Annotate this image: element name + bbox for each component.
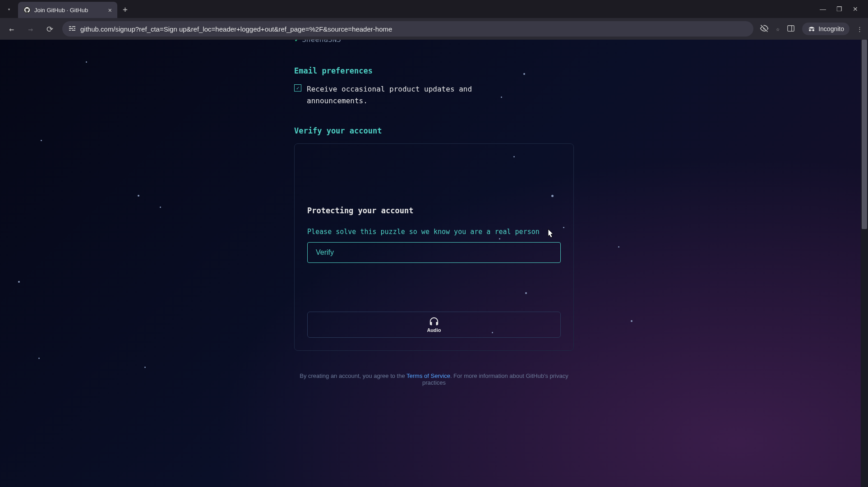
svg-rect-2: [69, 28, 73, 29]
github-favicon: [23, 6, 31, 14]
scrollbar[interactable]: [861, 40, 868, 487]
footer-terms: By creating an account, you agree to the…: [294, 372, 574, 386]
captcha-subtitle: Please solve this puzzle so we know you …: [307, 228, 561, 236]
forward-button[interactable]: →: [24, 24, 37, 34]
close-window-icon[interactable]: ✕: [852, 5, 859, 13]
svg-rect-1: [72, 26, 75, 27]
svg-rect-5: [72, 30, 75, 31]
email-prefs-checkbox[interactable]: ✓: [294, 84, 301, 92]
url-input[interactable]: github.com/signup?ref_cta=Sign up&ref_lo…: [62, 21, 753, 37]
site-settings-icon[interactable]: [69, 25, 76, 33]
window-controls: — ❐ ✕: [819, 5, 864, 13]
browser-chrome: ▾ Join GitHub · GitHub ✕ + — ❐ ✕ ← → ⟳ g…: [0, 0, 868, 40]
address-bar: ← → ⟳ github.com/signup?ref_cta=Sign up&…: [0, 18, 868, 40]
username-validated: ✔ SheenaSN3: [295, 40, 574, 44]
svg-rect-6: [788, 25, 794, 31]
tab-bar: ▾ Join GitHub · GitHub ✕ + — ❐ ✕: [0, 0, 868, 18]
menu-icon[interactable]: ⋮: [857, 26, 863, 32]
audio-captcha-button[interactable]: Audio: [307, 312, 561, 338]
email-prefs-heading: Email preferences: [294, 66, 574, 75]
audio-label: Audio: [427, 327, 441, 333]
maximize-icon[interactable]: ❐: [836, 5, 843, 13]
tab-active[interactable]: Join GitHub · GitHub ✕: [18, 2, 117, 18]
new-tab-button[interactable]: +: [123, 5, 128, 14]
headphones-icon: [429, 317, 439, 326]
verify-account-heading: Verify your account: [294, 126, 574, 135]
bookmark-icon[interactable]: ☆: [776, 26, 780, 32]
page-content: ✔ SheenaSN3 Email preferences ✓ Receive …: [0, 40, 868, 487]
tos-link[interactable]: Terms of Service: [406, 372, 450, 379]
back-button[interactable]: ←: [5, 24, 18, 34]
svg-rect-3: [74, 28, 75, 29]
email-prefs-label: Receive occasional product updates and a…: [307, 83, 505, 106]
minimize-icon[interactable]: —: [819, 5, 826, 13]
search-tabs-icon[interactable]: ▾: [4, 4, 14, 14]
no-tracking-icon[interactable]: [760, 24, 769, 34]
captcha-panel: Protecting your account Please solve thi…: [294, 143, 574, 351]
captcha-title: Protecting your account: [307, 206, 561, 215]
url-text: github.com/signup?ref_cta=Sign up&ref_lo…: [80, 25, 392, 33]
verify-button[interactable]: Verify: [307, 242, 561, 263]
incognito-badge[interactable]: Incognito: [802, 23, 850, 35]
tab-title: Join GitHub · GitHub: [34, 7, 105, 14]
svg-rect-4: [69, 30, 71, 31]
scrollbar-thumb[interactable]: [862, 40, 867, 229]
close-tab-icon[interactable]: ✕: [108, 6, 112, 14]
side-panel-icon[interactable]: [787, 24, 795, 34]
username-value: SheenaSN3: [302, 40, 341, 44]
incognito-label: Incognito: [818, 25, 844, 32]
reload-button[interactable]: ⟳: [43, 24, 56, 34]
check-icon: ✔: [295, 40, 298, 43]
svg-rect-0: [69, 26, 71, 27]
